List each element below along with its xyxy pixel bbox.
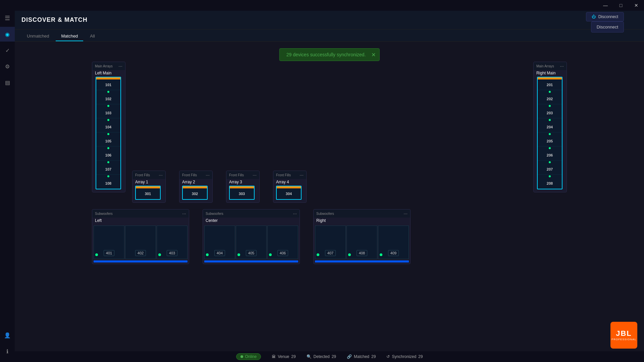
speaker-207[interactable]: 207 xyxy=(538,164,562,175)
sub-center-menu[interactable]: ··· xyxy=(293,211,297,216)
ff3-menu[interactable]: ··· xyxy=(253,172,257,178)
sub-cell-405[interactable]: 405 xyxy=(236,226,267,259)
sidebar-menu-icon[interactable]: ☰ xyxy=(0,11,15,25)
ff2-menu[interactable]: ··· xyxy=(206,172,210,178)
left-main-category: Main Arrays xyxy=(95,64,113,68)
tab-matched[interactable]: Matched xyxy=(56,32,83,41)
sub-cell-408[interactable]: 408 xyxy=(346,226,377,259)
venue-label: Venue xyxy=(278,354,289,359)
sub-cell-403[interactable]: 403 xyxy=(157,226,187,259)
ff4-category: Front Fills xyxy=(276,173,291,177)
sub-cell-401[interactable]: 401 xyxy=(94,226,124,259)
sub-dot-405 xyxy=(237,253,240,256)
sidebar-item-info[interactable]: ℹ xyxy=(0,344,15,359)
tab-all[interactable]: All xyxy=(85,32,100,41)
sub-label-403: 403 xyxy=(167,250,177,256)
sub-left-category: Subwoofers xyxy=(95,212,113,216)
speaker-302[interactable]: 302 xyxy=(183,188,207,199)
jbl-brand: JBL xyxy=(616,330,632,337)
green-dot-204 xyxy=(549,133,551,135)
sub-cell-409[interactable]: 409 xyxy=(378,226,409,259)
status-detected: 🔍 Detected 29 xyxy=(307,354,336,359)
left-main-title: Left Main xyxy=(92,70,125,77)
matched-count: 29 xyxy=(371,354,376,359)
sub-label-408: 408 xyxy=(357,250,367,256)
matched-label: Matched xyxy=(354,354,369,359)
jbl-logo: JBL PROFESSIONAL xyxy=(610,322,637,349)
sub-right-menu[interactable]: ··· xyxy=(404,211,408,216)
venue-count: 29 xyxy=(291,354,296,359)
speaker-304[interactable]: 304 xyxy=(277,188,301,199)
disconnect-button[interactable]: ⏻ Disconnect xyxy=(586,12,624,21)
sidebar-item-table[interactable]: ▤ xyxy=(0,75,15,90)
close-button[interactable]: ✕ xyxy=(629,0,644,11)
notification-close[interactable]: ✕ xyxy=(371,52,376,58)
sub-right-panel: Subwoofers ··· Right 407 408 409 xyxy=(313,209,411,264)
sidebar-item-check[interactable]: ✓ xyxy=(0,43,15,58)
disconnect-dropdown[interactable]: Disconnect xyxy=(591,21,624,33)
right-main-menu[interactable]: ··· xyxy=(560,63,564,69)
sub-center-header: Subwoofers ··· xyxy=(203,209,300,218)
ff4-title: Array 4 xyxy=(273,179,306,186)
right-main-header: Main Arrays ··· xyxy=(534,62,567,70)
sub-right-grid: 407 408 409 xyxy=(314,224,410,260)
sub-cell-402[interactable]: 402 xyxy=(125,226,156,259)
speaker-206[interactable]: 206 xyxy=(538,150,562,161)
speaker-108[interactable]: 108 xyxy=(96,178,120,189)
sync-icon: ↺ xyxy=(386,354,390,359)
sidebar-item-discover[interactable]: ◉ xyxy=(0,27,15,42)
sub-left-header: Subwoofers ··· xyxy=(92,209,189,218)
maximize-button[interactable]: □ xyxy=(613,0,629,11)
sub-dot-404 xyxy=(206,253,209,256)
sub-left-bar xyxy=(94,260,187,262)
sub-dot-406 xyxy=(269,253,272,256)
ff3-title: Array 3 xyxy=(226,179,259,186)
tab-unmatched[interactable]: Unmatched xyxy=(21,32,54,41)
speaker-105[interactable]: 105 xyxy=(96,136,120,146)
green-dot-202 xyxy=(549,105,551,107)
sub-dot-408 xyxy=(348,253,351,256)
status-online: Online xyxy=(236,353,261,360)
speaker-203[interactable]: 203 xyxy=(538,108,562,118)
sub-label-406: 406 xyxy=(277,250,288,256)
speaker-201[interactable]: 201 xyxy=(538,79,562,90)
speaker-208[interactable]: 208 xyxy=(538,178,562,189)
green-dot-205 xyxy=(549,147,551,149)
sidebar-item-settings[interactable]: ⚙ xyxy=(0,59,15,74)
ff1-menu[interactable]: ··· xyxy=(159,172,163,178)
speaker-204[interactable]: 204 xyxy=(538,122,562,132)
speaker-104[interactable]: 104 xyxy=(96,122,120,132)
sub-cell-406[interactable]: 406 xyxy=(267,226,298,259)
ff4-menu[interactable]: ··· xyxy=(300,172,304,178)
sub-left-menu[interactable]: ··· xyxy=(182,211,186,216)
speaker-303[interactable]: 303 xyxy=(230,188,254,199)
minimize-button[interactable]: — xyxy=(598,0,613,11)
green-dot-3 xyxy=(107,119,109,121)
green-dot-1 xyxy=(107,91,109,93)
speaker-101[interactable]: 101 xyxy=(96,79,120,90)
left-main-menu[interactable]: ··· xyxy=(118,63,122,69)
speaker-202[interactable]: 202 xyxy=(538,94,562,104)
speaker-106[interactable]: 106 xyxy=(96,150,120,161)
sidebar-item-user[interactable]: 👤 xyxy=(0,328,15,343)
sub-center-grid: 404 405 406 xyxy=(203,224,300,260)
speaker-107[interactable]: 107 xyxy=(96,164,120,175)
sub-label-407: 407 xyxy=(325,250,336,256)
status-synchronized: ↺ Synchronized 29 xyxy=(386,354,423,359)
main-content: 29 devices successfully synchronized. ✕ … xyxy=(15,42,644,351)
sub-cell-407[interactable]: 407 xyxy=(315,226,346,259)
sub-label-401: 401 xyxy=(104,250,114,256)
tabbar: Unmatched Matched All xyxy=(15,29,644,42)
speaker-301[interactable]: 301 xyxy=(136,188,160,199)
speaker-102[interactable]: 102 xyxy=(96,94,120,104)
speaker-205[interactable]: 205 xyxy=(538,136,562,146)
speaker-103[interactable]: 103 xyxy=(96,108,120,118)
sub-cell-404[interactable]: 404 xyxy=(204,226,235,259)
online-label: Online xyxy=(245,354,257,359)
ff3-header: Front Fills ··· xyxy=(226,171,259,179)
titlebar: — □ ✕ xyxy=(0,0,644,11)
green-dot-5 xyxy=(107,147,109,149)
sub-center-title: Center xyxy=(203,218,300,224)
right-main-panel: Main Arrays ··· Right Main 201 202 203 2… xyxy=(533,62,567,192)
status-venue: 🏛 Venue 29 xyxy=(272,354,296,359)
